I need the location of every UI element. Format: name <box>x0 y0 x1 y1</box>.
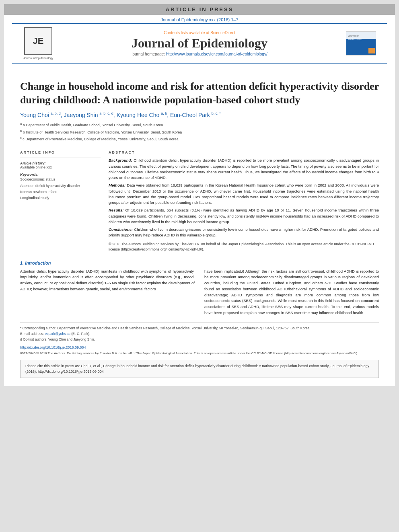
email-label: E-mail address: <box>20 332 44 336</box>
methods-label: Methods: <box>109 183 125 187</box>
email-name: (E.-C. Park). <box>71 332 90 336</box>
intro-right-text: have been implicated.6 Although the risk… <box>204 269 379 316</box>
homepage-prefix: journal homepage: <box>132 52 166 56</box>
affiliation-c-text: c Department of Preventive Medicine, Col… <box>23 137 179 141</box>
conclusions-text: Children who live in decreasing-income o… <box>109 227 379 237</box>
section-num: 1. <box>20 261 24 265</box>
article-title: Change in household income and risk for … <box>20 80 379 107</box>
abstract-body: Background: Childhood attention deficit … <box>109 158 379 238</box>
affiliation-a-text: a Department of Public Health, Graduate … <box>23 123 163 127</box>
intro-left-text: Attention deficit hyperactivity disorder… <box>20 269 195 292</box>
citation-box: Please cite this article in press as: Ch… <box>20 360 379 378</box>
results-label: Results: <box>109 208 123 212</box>
affiliation-a: a a Department of Public Health, Graduat… <box>20 121 379 128</box>
logo-letters: JE <box>33 36 44 46</box>
journal-header: JE Journal of Epidemiology Contents list… <box>12 23 387 64</box>
journal-homepage: journal homepage: http://www.journals.el… <box>64 52 335 56</box>
keywords-list: Socioeconomic status Attention deficit h… <box>20 177 101 201</box>
intro-section: 1. Introduction Attention deficit hypera… <box>20 261 379 316</box>
email-link[interactable]: ecpark@yuhs.ac <box>45 332 70 336</box>
divider-top <box>20 147 379 147</box>
keywords-label: Keywords: <box>20 173 101 177</box>
journal-citation: Journal of Epidemiology xxx (2016) 1–7 <box>160 17 238 22</box>
svg-text:Journal of: Journal of <box>348 35 359 37</box>
article-history-section: Article history: Available online xxx <box>20 161 101 169</box>
article-info-header: ARTICLE INFO <box>20 150 101 154</box>
keyword-4: Longitudinal study <box>20 195 101 201</box>
doi-line: http://dx.doi.org/10.1016/j.je.2016.09.0… <box>20 345 379 349</box>
journal-title: Journal of Epidemiology <box>64 36 335 51</box>
methods-text: Data were obtained from 18,029 participa… <box>109 183 379 205</box>
intro-body: Attention deficit hyperactivity disorder… <box>20 269 379 316</box>
logo-subtext: Journal of Epidemiology <box>23 57 53 60</box>
main-content: Change in household income and risk for … <box>4 64 395 386</box>
citation-text: Please cite this article in press as: Ch… <box>25 364 369 374</box>
email-line: E-mail address: ecpark@yuhs.ac (E.-C. Pa… <box>20 331 379 337</box>
history-label: Article history: <box>20 161 101 165</box>
journal-center: Contents lists available at ScienceDirec… <box>64 31 335 56</box>
background-text: Childhood attention deficit hyperactivit… <box>109 158 379 180</box>
svg-rect-4 <box>368 48 375 53</box>
abstract-col: ABSTRACT Background: Childhood attention… <box>109 150 379 252</box>
sciencedirect-prefix: Contents lists available at <box>164 31 210 35</box>
affiliations: a a Department of Public Health, Graduat… <box>20 121 379 142</box>
affiliation-b: b b Institute of Health Services Researc… <box>20 129 379 135</box>
results-text: Of 18,029 participants, 554 subjects (3.… <box>109 208 379 224</box>
article-info-abstract: ARTICLE INFO Article history: Available … <box>20 150 379 252</box>
section-title: Introduction <box>25 261 51 265</box>
authors-line: Young Choi a, b, d, Jaeyong Shin a, b, c… <box>20 112 379 119</box>
journal-top-line: Journal of Epidemiology xxx (2016) 1–7 <box>4 15 395 23</box>
journal-logo-right: Journal of Epidemiology <box>343 31 379 55</box>
article-info-divider <box>20 158 101 158</box>
abstract-header: ABSTRACT <box>109 150 379 154</box>
intro-col-right: have been implicated.6 Although the risk… <box>204 269 379 316</box>
sciencedirect-line: Contents lists available at ScienceDirec… <box>64 31 335 35</box>
sciencedirect-name: ScienceDirect <box>210 31 235 35</box>
journal-logo-left: JE Journal of Epidemiology <box>20 27 56 60</box>
intro-col-left: Attention deficit hyperactivity disorder… <box>20 269 195 316</box>
article-info-col: ARTICLE INFO Article history: Available … <box>20 150 101 252</box>
keywords-section: Keywords: Socioeconomic status Attention… <box>20 173 101 201</box>
page: ARTICLE IN PRESS Journal of Epidemiology… <box>4 4 395 386</box>
abstract-copyright: © 2016 The Authors. Publishing services … <box>109 242 379 253</box>
keyword-2: Attention deficit hyperactivity disorder <box>20 183 101 189</box>
homepage-link[interactable]: http://www.journals.elsevier.com/journal… <box>166 52 267 56</box>
affiliation-c: c c Department of Preventive Medicine, C… <box>20 136 379 142</box>
history-value: Available online xxx <box>20 165 101 169</box>
keyword-1: Socioeconomic status <box>20 177 101 183</box>
aip-banner-text: ARTICLE IN PRESS <box>166 6 234 12</box>
copyright-text: © 2016 The Authors. Publishing services … <box>109 242 374 252</box>
authors-text: Young Choi a, b, d, Jaeyong Shin a, b, c… <box>20 112 221 118</box>
doi-link[interactable]: http://dx.doi.org/10.1016/j.je.2016.09.0… <box>20 345 86 349</box>
keyword-3: Korean newborn infant <box>20 189 101 195</box>
affiliation-b-text: b Institute of Health Services Research,… <box>23 130 182 134</box>
intro-header: 1. Introduction <box>20 261 379 265</box>
journal-logo-box: JE <box>24 27 52 55</box>
svg-text:Epidemiology: Epidemiology <box>348 38 362 40</box>
background-label: Background: <box>109 158 132 162</box>
license-text: 0917-5040/© 2016 The Authors. Publishing… <box>20 351 379 356</box>
aip-banner: ARTICLE IN PRESS <box>4 4 395 15</box>
footer-notes: * Corresponding author. Department of Pr… <box>20 322 379 342</box>
right-logo-image: Journal of Epidemiology <box>346 31 376 55</box>
corresponding-note: * Corresponding author. Department of Pr… <box>20 326 379 331</box>
cofirst-note: d Co-first authors; Young Choi and Jaeyo… <box>20 337 379 343</box>
conclusions-label: Conclusions: <box>109 227 133 232</box>
